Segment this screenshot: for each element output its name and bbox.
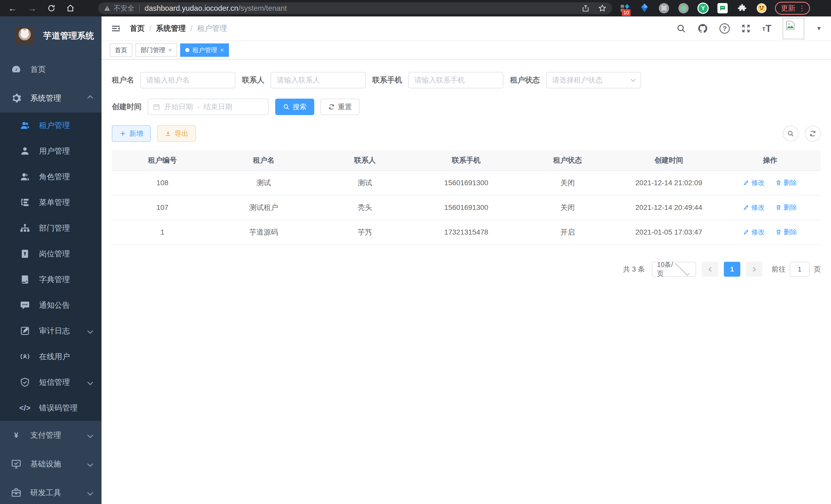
user-avatar[interactable] xyxy=(783,18,804,39)
cell-tenant-name: 测试 xyxy=(213,171,314,195)
sidebar-item-dept[interactable]: 部门管理 xyxy=(0,215,102,241)
sidebar-item-menu[interactable]: 菜单管理 xyxy=(0,189,102,215)
delete-link[interactable]: 删除 xyxy=(775,203,797,212)
bookmark-star-icon[interactable] xyxy=(598,4,606,12)
extension-kite-icon[interactable] xyxy=(639,3,650,14)
cell-created: 2021-12-14 20:49:44 xyxy=(618,195,719,220)
sidebar-item-home[interactable]: 首页 xyxy=(0,55,102,84)
sidebar-item-system[interactable]: 系统管理 xyxy=(0,84,102,113)
status-select[interactable]: 请选择租户状态 xyxy=(546,72,641,88)
prev-page-button[interactable] xyxy=(702,262,718,277)
sidebar-item-dict[interactable]: 字典管理 xyxy=(0,267,102,292)
cell-created: 2021-01-05 17:03:47 xyxy=(618,220,719,244)
forward-icon[interactable]: → xyxy=(28,4,36,12)
sidebar-item-devtools[interactable]: 研发工具 xyxy=(0,478,102,504)
search-button[interactable]: 搜索 xyxy=(275,99,314,115)
show-search-toggle-button[interactable] xyxy=(783,126,799,142)
tab-tenant[interactable]: 租户管理 × xyxy=(180,43,229,57)
profile-avatar-icon[interactable] xyxy=(756,3,767,14)
active-dot xyxy=(185,48,190,52)
next-page-button[interactable] xyxy=(746,262,763,277)
chevron-down-icon xyxy=(87,328,93,334)
tab-dept[interactable]: 部门管理 × xyxy=(136,43,177,57)
date-range-picker[interactable]: 开始日期 - 结束日期 xyxy=(148,99,268,115)
back-icon[interactable]: ← xyxy=(8,4,17,12)
export-button[interactable]: 导出 xyxy=(157,125,196,142)
sidebar-item-label: 菜单管理 xyxy=(39,197,92,208)
delete-link[interactable]: 删除 xyxy=(775,178,797,187)
extensions-puzzle-icon[interactable] xyxy=(737,3,748,14)
contact-input[interactable] xyxy=(270,72,366,88)
sidebar-item-user[interactable]: 用户管理 xyxy=(0,138,102,164)
chrome-menu-icon[interactable]: ⋮ xyxy=(798,4,806,12)
help-icon[interactable]: ? xyxy=(719,23,730,34)
broken-image-icon xyxy=(785,20,796,31)
breadcrumb-current: 租户管理 xyxy=(197,23,227,34)
url-text[interactable]: dashboard.yudao.iocoder.cn/system/tenant xyxy=(145,4,287,12)
sidebar-item-errcode[interactable]: </> 错误码管理 xyxy=(0,395,102,421)
edit-link[interactable]: 修改 xyxy=(743,203,765,212)
extension-chat-icon[interactable] xyxy=(717,3,728,14)
page-size-select[interactable]: 10条/页 xyxy=(652,262,696,277)
add-button[interactable]: 新增 xyxy=(112,125,151,142)
collapse-sidebar-icon[interactable] xyxy=(111,23,121,34)
share-icon[interactable] xyxy=(582,4,590,12)
address-bar[interactable]: 不安全 dashboard.yudao.iocoder.cn/system/te… xyxy=(98,2,612,14)
sidebar-item-online[interactable]: 在线用户 xyxy=(0,344,102,369)
close-icon[interactable]: × xyxy=(168,47,172,54)
fullscreen-icon[interactable] xyxy=(741,24,751,33)
chevron-down-icon xyxy=(87,379,93,385)
delete-label: 删除 xyxy=(784,203,797,212)
sidebar-item-pay[interactable]: ¥ 支付管理 xyxy=(0,421,102,449)
sidebar-item-post[interactable]: 岗位管理 xyxy=(0,241,102,267)
reset-button[interactable]: 重置 xyxy=(320,99,360,115)
range-separator: - xyxy=(197,103,199,111)
chevron-up-icon xyxy=(87,95,93,101)
goto-page-input[interactable] xyxy=(790,262,810,277)
font-size-icon[interactable]: тT xyxy=(762,23,771,34)
extension-command-icon[interactable]: ⌘ xyxy=(658,3,670,14)
extension-dot-icon[interactable] xyxy=(678,3,689,14)
extension-diamond-icon[interactable]: 10 xyxy=(619,3,631,14)
sidebar-item-sms[interactable]: 短信管理 xyxy=(0,369,102,395)
refresh-table-button[interactable] xyxy=(805,126,821,142)
id-badge-icon xyxy=(19,248,31,260)
breadcrumb-home[interactable]: 首页 xyxy=(130,23,145,34)
mobile-input[interactable] xyxy=(408,72,504,88)
close-icon[interactable]: × xyxy=(220,47,224,54)
chrome-update-button[interactable]: 更新 ⋮ xyxy=(775,2,810,14)
breadcrumb-system[interactable]: 系统管理 xyxy=(156,23,186,34)
edit-link[interactable]: 修改 xyxy=(743,178,765,187)
tenant-name-input[interactable] xyxy=(140,72,235,88)
tab-label: 首页 xyxy=(115,46,127,54)
update-label: 更新 xyxy=(781,3,795,13)
sidebar-item-role[interactable]: 角色管理 xyxy=(0,164,102,189)
tab-home[interactable]: 首页 xyxy=(110,43,132,57)
reload-icon[interactable] xyxy=(47,4,56,12)
sidebar-logo[interactable]: 芋道管理系统 xyxy=(0,17,102,55)
page-size-value: 10条/页 xyxy=(657,260,674,278)
breadcrumb-separator: / xyxy=(149,24,151,33)
trash-icon xyxy=(775,204,782,210)
edit-icon xyxy=(743,229,749,235)
sidebar-item-label: 部门管理 xyxy=(39,223,92,234)
extension-y-icon[interactable]: Y xyxy=(697,3,709,14)
home-icon[interactable] xyxy=(66,4,75,12)
github-icon[interactable] xyxy=(697,23,708,34)
avatar-caret-icon[interactable]: ▼ xyxy=(816,25,822,32)
chevron-down-icon xyxy=(631,77,636,82)
header-search-icon[interactable] xyxy=(676,24,686,33)
cell-contact: 秃头 xyxy=(314,195,416,220)
cell-tenant-name: 芋道源码 xyxy=(213,220,314,244)
cell-actions: 修改 删除 xyxy=(719,220,821,244)
page-number-current[interactable]: 1 xyxy=(724,262,740,277)
extension-badge: 10 xyxy=(622,9,631,16)
security-label[interactable]: 不安全 xyxy=(114,4,134,13)
sidebar-item-infra[interactable]: 基础设施 xyxy=(0,449,102,478)
delete-link[interactable]: 删除 xyxy=(775,228,797,237)
sidebar-item-audit[interactable]: 审计日志 xyxy=(0,318,102,344)
sidebar-item-tenant[interactable]: 租户管理 xyxy=(0,113,102,138)
calendar-icon xyxy=(153,103,160,111)
edit-link[interactable]: 修改 xyxy=(743,228,765,237)
sidebar-item-notice[interactable]: 通知公告 xyxy=(0,292,102,318)
